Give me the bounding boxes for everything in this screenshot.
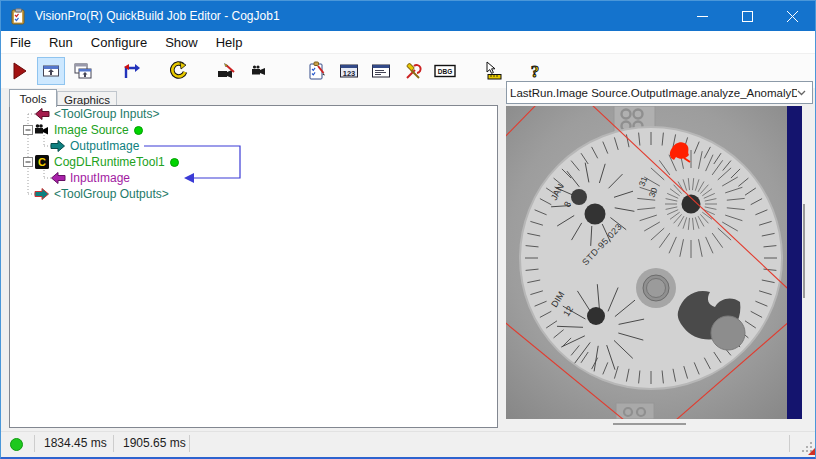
cognex-tool-icon: C (34, 154, 50, 170)
help-icon: ? (525, 61, 545, 81)
run-once-button[interactable] (37, 57, 65, 85)
tree-label: InputImage (70, 171, 130, 185)
tab-tools[interactable]: Tools (9, 89, 57, 107)
maximize-button[interactable] (725, 1, 770, 31)
close-icon (787, 11, 798, 22)
window-title: VisionPro(R) QuickBuild Job Editor - Cog… (35, 9, 680, 23)
options-button[interactable] (399, 57, 427, 85)
job-status-indicator (10, 438, 23, 451)
tree-row-outputimage[interactable]: OutputImage (10, 138, 497, 154)
status-dot (170, 158, 179, 167)
navy-bar (787, 106, 802, 419)
properties-icon (371, 61, 391, 81)
app-icon (10, 8, 27, 25)
moon-disc (711, 316, 745, 350)
horizontal-scrollbar-thumb[interactable] (613, 423, 686, 425)
tool-tree-panel: <ToolGroup Inputs> Image Source OutputIm… (9, 105, 498, 428)
camera-icon (34, 122, 50, 138)
center-post-inner (647, 279, 666, 298)
run-continuous-icon (73, 61, 93, 81)
output-terminal-icon (34, 186, 50, 202)
resize-grip-corner (808, 448, 815, 455)
debug-button[interactable]: DBG (431, 57, 459, 85)
tree-row-inputimage[interactable]: InputImage (10, 170, 497, 186)
bottom-subdial-dot (587, 307, 605, 325)
status-bar: 1834.45 ms 1905.65 ms (1, 431, 815, 455)
input-terminal-icon (34, 106, 50, 122)
tree-label: <ToolGroup Inputs> (54, 107, 159, 121)
left-subdial-dot (571, 189, 587, 205)
debug-label: DBG (438, 68, 452, 75)
menu-show[interactable]: Show (156, 33, 207, 52)
minimize-icon (697, 11, 708, 22)
menu-file[interactable]: File (1, 33, 40, 52)
app-window: VisionPro(R) QuickBuild Job Editor - Cog… (0, 0, 816, 459)
svg-text:C: C (38, 156, 46, 168)
clipboard-pencil-icon (307, 61, 327, 81)
status-separator (113, 435, 114, 452)
tree-label: OutputImage (70, 139, 139, 153)
tree-row-cogdlruntimetool1[interactable]: C CogDLRuntimeTool1 (10, 154, 497, 170)
image-source-button[interactable] (245, 57, 273, 85)
menu-run[interactable]: Run (40, 33, 82, 52)
status-separator (789, 435, 790, 452)
tree-row-toolgroup-inputs[interactable]: <ToolGroup Inputs> (10, 106, 497, 122)
help-label: ? (531, 62, 540, 81)
menu-configure[interactable]: Configure (82, 33, 156, 52)
run-once-icon (41, 61, 61, 81)
chevron-down-icon (797, 90, 806, 96)
title-bar: VisionPro(R) QuickBuild Job Editor - Cog… (1, 1, 815, 31)
image-display[interactable]: JAN 8 31 30 STD-95.023 DIM 12 (506, 106, 802, 419)
run-continuous-button[interactable] (69, 57, 97, 85)
pointer-ruler-icon (483, 61, 503, 81)
left-subdial-dot2 (585, 204, 606, 225)
watch-dial (520, 127, 782, 389)
measure-button[interactable] (479, 57, 507, 85)
selected-result: LastRun.Image Source.OutputImage.analyze… (510, 87, 797, 99)
maximize-icon (742, 11, 753, 22)
watch-band-bottom (616, 403, 654, 419)
play-icon (9, 61, 29, 81)
close-button[interactable] (770, 1, 815, 31)
debug-icon: DBG (434, 61, 456, 81)
result-image-selector[interactable]: LastRun.Image Source.OutputImage.analyze… (506, 81, 813, 104)
tree-label: <ToolGroup Outputs> (54, 187, 169, 201)
output-arrow-icon (50, 138, 66, 154)
vertical-scrollbar-thumb[interactable] (803, 204, 805, 298)
numbers-label: 123 (343, 69, 356, 78)
refresh-arrow-icon (169, 61, 189, 81)
camera-pencil-icon (217, 61, 237, 81)
reset-button[interactable] (117, 57, 145, 85)
properties-button[interactable] (367, 57, 395, 85)
tree-label: CogDLRuntimeTool1 (54, 155, 165, 169)
menu-bar: File Run Configure Show Help (1, 31, 815, 54)
job-checklist-button[interactable] (303, 57, 331, 85)
status-dot (134, 126, 143, 135)
tree-label: Image Source (54, 123, 129, 137)
tools-icon (403, 61, 423, 81)
tree-row-toolgroup-outputs[interactable]: <ToolGroup Outputs> (10, 186, 497, 202)
minimize-button[interactable] (680, 1, 725, 31)
status-time-2: 1905.65 ms (123, 436, 186, 450)
menu-help[interactable]: Help (207, 33, 252, 52)
rerun-button[interactable] (165, 57, 193, 85)
run-job-button[interactable] (5, 57, 33, 85)
tree-row-image-source[interactable]: Image Source (10, 122, 497, 138)
posted-items-button[interactable]: 123 (335, 57, 363, 85)
reset-icon (121, 61, 141, 81)
camera-icon (249, 61, 269, 81)
edit-acquisition-button[interactable] (213, 57, 241, 85)
status-separator (189, 435, 190, 452)
input-arrow-icon (50, 170, 66, 186)
status-separator (34, 435, 35, 452)
numbers-icon: 123 (339, 61, 359, 81)
status-time-1: 1834.45 ms (44, 436, 107, 450)
